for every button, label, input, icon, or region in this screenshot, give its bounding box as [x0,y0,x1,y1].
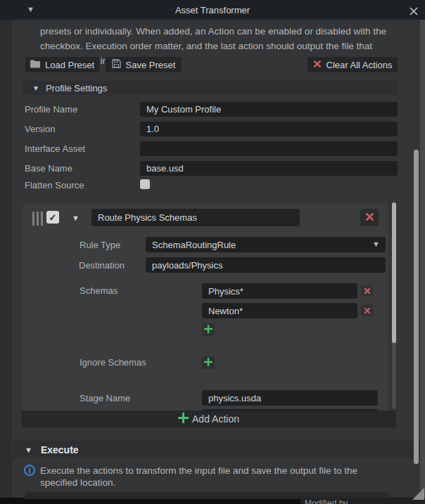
profile-settings-header[interactable]: ▼ Profile Settings [22,81,398,95]
flatten-source-checkbox[interactable] [140,179,150,189]
execute-info-line: specified location. [40,477,115,488]
title-bar: ▼ Asset Transformer [0,0,425,20]
plus-icon [178,413,189,425]
info-icon-glyph: i [28,466,30,474]
folder-icon [30,60,40,70]
info-icon: i [24,465,35,476]
execute-info-line: Execute the actions to transform the inp… [40,465,357,476]
drag-handle-icon[interactable] [32,212,43,226]
load-preset-button[interactable]: Load Preset [25,57,99,72]
schemas-label: Schemas [80,285,118,296]
rule-type-label: Rule Type [80,240,120,250]
plus-icon [204,356,212,369]
window-frame-right [420,20,425,498]
destination-input[interactable] [146,257,386,273]
stage-name-label: Stage Name [80,393,130,403]
action-collapse-icon[interactable]: ▼ [72,214,80,222]
load-preset-label: Load Preset [45,60,94,70]
remove-x-icon [364,304,371,317]
remove-action-button[interactable] [360,209,379,226]
remove-x-icon [365,212,374,224]
window-title: Asset Transformer [0,5,425,15]
remove-x-icon [364,285,371,297]
add-action-button[interactable]: Add Action [21,411,396,427]
stage-name-input[interactable] [202,390,378,406]
window-scrollbar-thumb[interactable] [414,150,419,464]
remove-schema-button[interactable] [361,304,373,316]
actions-scrollbar-thumb[interactable] [392,202,396,343]
base-name-input[interactable] [140,161,398,176]
base-name-label: Base Name [25,163,72,174]
version-input[interactable] [140,122,398,136]
checkmark-icon: ✓ [49,212,57,223]
add-action-label: Add Action [192,413,239,425]
version-label: Version [25,124,55,134]
ignore-schemas-label: Ignore Schemas [80,357,146,368]
intro-text-line: presets or individually. When added, an … [40,26,399,37]
chevron-down-icon: ▼ [372,240,380,248]
background-window-fragment: Modified by [300,498,425,504]
modified-by-label: Modified by [300,498,425,504]
action-enabled-checkbox[interactable]: ✓ [46,211,59,224]
actions-list: ✓ ▼ Rule Type SchemaRoutingRule ▼ Destin… [13,198,412,411]
rule-type-dropdown[interactable]: SchemaRoutingRule ▼ [146,237,386,252]
rule-type-value: SchemaRoutingRule [152,240,236,250]
asset-transformer-window: ▼ Asset Transformer presets or individua… [0,0,425,504]
interface-asset-label: Interface Asset [25,143,85,154]
save-preset-button[interactable]: Save Preset [106,57,182,72]
flatten-source-label: Flatten Source [25,180,84,190]
profile-name-label: Profile Name [25,104,77,115]
save-icon [112,59,121,70]
profile-settings-title: Profile Settings [46,83,107,93]
action-card: ✓ ▼ Rule Type SchemaRoutingRule ▼ Destin… [23,203,388,411]
interface-asset-input[interactable] [140,141,398,156]
schema-input[interactable] [202,283,357,299]
clear-all-actions-label: Clear All Actions [326,60,393,70]
clear-x-icon [313,60,322,70]
collapse-triangle-icon: ▼ [32,84,39,92]
save-preset-label: Save Preset [126,60,176,70]
execute-header[interactable]: ▼ Execute [13,441,420,458]
collapse-triangle-icon: ▼ [25,446,32,454]
execute-title: Execute [41,444,79,455]
close-icon[interactable] [410,6,418,14]
clear-all-actions-button[interactable]: Clear All Actions [307,57,398,72]
resize-grip[interactable] [412,488,424,500]
plus-icon [204,323,212,336]
add-schema-button[interactable] [202,323,215,336]
add-ignore-schema-button[interactable] [202,356,215,369]
action-name-input[interactable] [91,209,300,226]
window-frame-left [0,20,12,498]
profile-name-input[interactable] [140,102,398,117]
intro-text-line: checkbox. Execution order matter, and th… [40,41,399,51]
schema-input[interactable] [202,303,357,318]
destination-label: Destination [79,260,125,271]
remove-schema-button[interactable] [361,285,373,297]
